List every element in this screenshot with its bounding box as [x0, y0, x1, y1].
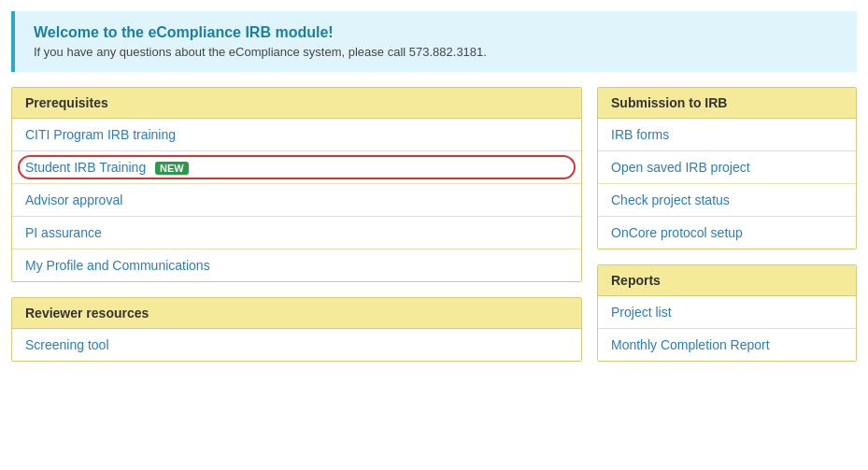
reviewer-link-screening[interactable]: Screening tool	[25, 337, 109, 352]
submission-item-open: Open saved IRB project	[598, 151, 856, 184]
submission-link-forms[interactable]: IRB forms	[611, 127, 669, 142]
prereq-link-advisor[interactable]: Advisor approval	[25, 192, 122, 207]
prereq-link-pi[interactable]: PI assurance	[25, 225, 102, 240]
submission-link-open[interactable]: Open saved IRB project	[611, 160, 750, 175]
welcome-title: Welcome to the eCompliance IRB module!	[34, 24, 838, 41]
reports-header: Reports	[598, 265, 856, 296]
new-badge: NEW	[155, 162, 189, 175]
reports-link-monthly[interactable]: Monthly Completion Report	[611, 337, 770, 352]
prereq-link-profile[interactable]: My Profile and Communications	[25, 258, 210, 273]
prereq-item-profile: My Profile and Communications	[12, 249, 581, 281]
reports-item-monthly: Monthly Completion Report	[598, 329, 856, 361]
prereq-item-student: Student IRB Training NEW	[12, 151, 581, 184]
welcome-banner: Welcome to the eCompliance IRB module! I…	[11, 11, 857, 72]
right-column: Submission to IRB IRB forms Open saved I…	[597, 87, 857, 362]
submission-link-status[interactable]: Check project status	[611, 192, 730, 207]
prereq-link-student[interactable]: Student IRB Training	[25, 160, 146, 175]
prereq-link-citi[interactable]: CITI Program IRB training	[25, 127, 176, 142]
submission-header: Submission to IRB	[598, 88, 856, 119]
submission-item-forms: IRB forms	[598, 119, 856, 151]
reports-card: Reports Project list Monthly Completion …	[597, 264, 857, 362]
reports-link-project-list[interactable]: Project list	[611, 305, 672, 320]
submission-item-status: Check project status	[598, 184, 856, 217]
reviewer-card: Reviewer resources Screening tool	[11, 297, 582, 362]
reviewer-item-screening: Screening tool	[12, 329, 581, 361]
prereq-item-advisor: Advisor approval	[12, 184, 581, 217]
prereq-item-citi: CITI Program IRB training	[12, 119, 581, 151]
reviewer-header: Reviewer resources	[12, 298, 581, 329]
prerequisites-header: Prerequisites	[12, 88, 581, 119]
submission-link-oncore[interactable]: OnCore protocol setup	[611, 225, 743, 240]
welcome-subtitle: If you have any questions about the eCom…	[34, 45, 838, 59]
reports-item-project-list: Project list	[598, 296, 856, 329]
prereq-item-pi: PI assurance	[12, 217, 581, 249]
left-column: Prerequisites CITI Program IRB training …	[11, 87, 582, 362]
prerequisites-card: Prerequisites CITI Program IRB training …	[11, 87, 582, 282]
submission-item-oncore: OnCore protocol setup	[598, 217, 856, 249]
submission-card: Submission to IRB IRB forms Open saved I…	[597, 87, 857, 249]
main-layout: Prerequisites CITI Program IRB training …	[0, 87, 868, 373]
